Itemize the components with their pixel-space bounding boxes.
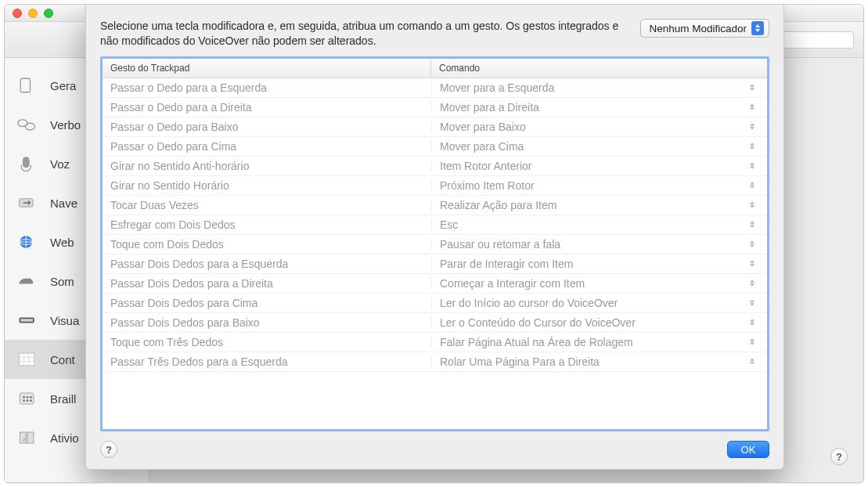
table-row[interactable]: Passar Dois Dedos para a DireitaComeçar … (103, 274, 767, 294)
table-row[interactable]: Toque com Três DedosFalar Página Atual n… (103, 333, 767, 352)
svg-rect-5 (23, 157, 30, 168)
gesture-cell: Passar Dois Dedos para Baixo (103, 316, 431, 329)
command-cell[interactable]: Começar a Interagir com Item (431, 277, 767, 290)
sidebar-icon (16, 269, 39, 293)
sheet-header: Selecione uma tecla modificadora e, em s… (100, 19, 769, 49)
gesture-cell: Toque com Três Dedos (103, 336, 431, 348)
gesture-cell: Passar Três Dedos para a Esquerda (103, 355, 431, 368)
gesture-cell: Passar o Dedo para Cima (103, 140, 431, 153)
command-cell[interactable]: Falar Página Atual na Área de Rolagem (431, 336, 767, 348)
sidebar-icon: ♪ (16, 426, 39, 449)
sidebar-item-label: Ativio (50, 431, 79, 445)
command-label: Falar Página Atual na Área de Rolagem (440, 336, 633, 348)
modifier-select[interactable]: Nenhum Modificador (640, 19, 769, 38)
svg-point-14 (27, 396, 29, 399)
command-cell[interactable]: Rolar Uma Página Para a Direita (431, 355, 767, 368)
command-label: Pausar ou retomar a fala (440, 238, 560, 251)
svg-point-18 (30, 399, 32, 402)
popup-arrows-icon (750, 162, 755, 169)
sheet-footer: ? OK (100, 431, 769, 458)
table-row[interactable]: Tocar Duas VezesRealizar Ação para Item (103, 196, 767, 215)
command-cell[interactable]: Mover para a Esquerda (431, 81, 767, 94)
command-cell[interactable]: Item Rotor Anterior (431, 160, 767, 172)
table-row[interactable]: Passar Dois Dedos para CimaLer do Início… (103, 294, 767, 313)
table-row[interactable]: Passar Três Dedos para a EsquerdaRolar U… (103, 352, 767, 372)
command-label: Mover para Baixo (440, 121, 526, 133)
popup-arrows-icon (751, 21, 764, 35)
svg-text:♪: ♪ (23, 436, 26, 442)
sidebar-icon (16, 152, 39, 175)
table-row[interactable]: Esfregar com Dois DedosEsc (103, 215, 767, 235)
table-row[interactable]: Passar o Dedo para CimaMover para Cima (103, 137, 767, 157)
command-label: Começar a Interagir com Item (440, 277, 585, 290)
window: Utilitário do VoiceOver GeraVerboVozNave… (4, 4, 864, 483)
command-cell[interactable]: Ler do Início ao cursor do VoiceOver (431, 297, 767, 309)
sidebar-item-label: Gera (50, 79, 76, 92)
popup-arrows-icon (750, 319, 755, 326)
svg-point-4 (25, 123, 34, 130)
svg-rect-2 (20, 78, 30, 92)
command-cell[interactable]: Realizar Ação para Item (431, 199, 767, 211)
gesture-cell: Passar Dois Dedos para a Esquerda (103, 258, 431, 270)
gesture-cell: Passar o Dedo para a Esquerda (103, 81, 431, 94)
sidebar-icon (16, 74, 39, 97)
command-label: Rolar Uma Página Para a Direita (440, 355, 600, 368)
gesture-cell: Passar Dois Dedos para a Direita (103, 277, 431, 290)
svg-point-13 (23, 396, 25, 399)
table-row[interactable]: Passar Dois Dedos para a EsquerdaParar d… (103, 254, 767, 274)
svg-point-16 (23, 399, 25, 402)
table-row[interactable]: Passar o Dedo para a DireitaMover para a… (103, 98, 767, 117)
command-label: Próximo Item Rotor (440, 179, 535, 192)
sidebar-icon (16, 348, 39, 371)
popup-arrows-icon (750, 338, 755, 345)
command-cell[interactable]: Mover para a Direita (431, 101, 767, 114)
command-label: Mover para a Direita (440, 101, 539, 114)
table-row[interactable]: Passar Dois Dedos para BaixoLer o Conteú… (103, 313, 767, 333)
command-cell[interactable]: Esc (431, 218, 767, 231)
table-row[interactable]: Passar o Dedo para BaixoMover para Baixo (103, 117, 767, 137)
column-header-command[interactable]: Comando (431, 59, 767, 78)
sidebar-item-label: Som (50, 275, 74, 288)
popup-arrows-icon (750, 123, 755, 130)
popup-arrows-icon (750, 142, 755, 150)
sidebar-icon (16, 113, 39, 136)
table-row[interactable]: Toque com Dois DedosPausar ou retomar a … (103, 235, 767, 254)
sidebar-icon (16, 387, 39, 410)
popup-arrows-icon (750, 84, 755, 91)
command-label: Mover para a Esquerda (440, 81, 554, 94)
popup-arrows-icon (750, 240, 755, 247)
sidebar-item-label: Web (50, 236, 74, 249)
modifier-select-label: Nenhum Modificador (649, 23, 747, 34)
command-cell[interactable]: Mover para Cima (431, 140, 767, 153)
instruction-text: Selecione uma tecla modificadora e, em s… (100, 19, 625, 49)
sidebar-icon (16, 230, 39, 254)
svg-rect-20 (27, 432, 34, 443)
sidebar-item-label: Braill (50, 392, 76, 406)
command-label: Realizar Ação para Item (440, 199, 556, 211)
table-row[interactable]: Girar no Sentido HorárioPróximo Item Rot… (103, 176, 767, 196)
command-cell[interactable]: Pausar ou retomar a fala (431, 238, 767, 251)
sheet-help-button[interactable]: ? (100, 441, 117, 458)
gesture-cell: Passar o Dedo para a Direita (103, 101, 431, 114)
table-row[interactable]: Passar o Dedo para a EsquerdaMover para … (103, 78, 767, 98)
table-row[interactable]: Girar no Sentido Anti-horárioItem Rotor … (103, 157, 767, 176)
command-cell[interactable]: Parar de Interagir com Item (431, 258, 767, 270)
table-body: Passar o Dedo para a EsquerdaMover para … (103, 78, 767, 429)
gesture-cell: Toque com Dois Dedos (103, 238, 431, 251)
ok-button[interactable]: OK (727, 441, 769, 458)
command-cell[interactable]: Próximo Item Rotor (431, 179, 767, 192)
help-button[interactable]: ? (830, 448, 848, 465)
command-label: Ler o Conteúdo do Cursor do VoiceOver (440, 316, 636, 329)
column-header-gesture[interactable]: Gesto do Trackpad (103, 59, 431, 78)
popup-arrows-icon (750, 182, 755, 189)
popup-arrows-icon (750, 299, 755, 306)
command-label: Esc (440, 218, 458, 231)
sidebar-icon (16, 191, 39, 215)
svg-point-17 (27, 399, 29, 402)
svg-rect-10 (20, 319, 33, 322)
popup-arrows-icon (750, 260, 755, 267)
sidebar-item-label: Verbo (50, 118, 81, 132)
command-cell[interactable]: Ler o Conteúdo do Cursor do VoiceOver (431, 316, 767, 329)
command-label: Item Rotor Anterior (440, 160, 532, 172)
command-cell[interactable]: Mover para Baixo (431, 121, 767, 133)
